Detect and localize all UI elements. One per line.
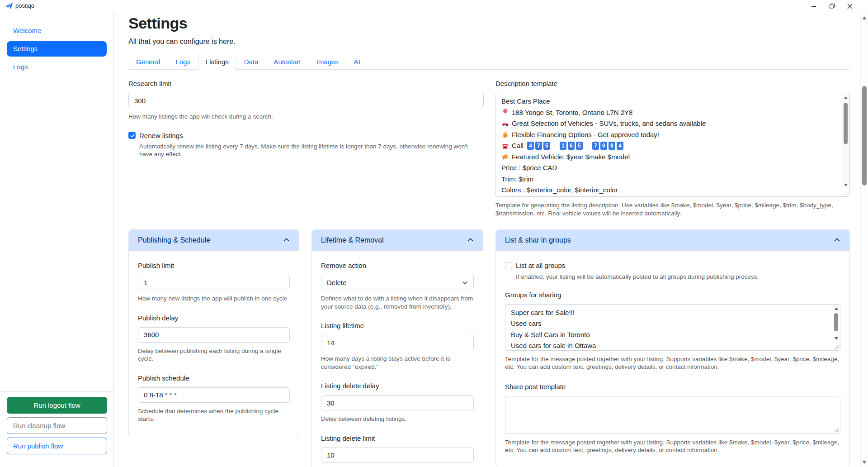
template-line: Colors : $exterior_color, $interior_colo… [501,185,838,196]
sidebar-item-logs[interactable]: Logs [7,59,107,75]
scroll-down-icon[interactable] [842,181,849,188]
phone-digit-group: 7084 [592,142,623,150]
list-share-groups-card: List & shar in groups List at all groups… [495,229,850,467]
keycap-digit-icon: 7 [535,142,542,150]
resize-grip-icon[interactable] [834,344,839,349]
tab-images[interactable]: Images [308,54,346,70]
app-logo-icon [5,2,13,10]
keycap-digit-icon: 1 [560,142,566,150]
scrollbar-thumb[interactable] [862,86,867,186]
template-line: Featured Vehicle: $year $make $model [501,152,838,163]
keycap-digit-icon: 5 [543,142,550,150]
listing-delete-limit-input[interactable] [321,448,474,463]
selected-value: Delete [327,279,346,286]
remove-action-help: Defines what to do with a listing when i… [321,295,474,310]
list-at-all-groups-checkbox[interactable] [505,262,512,269]
listing-lifetime-label: Listing lifetime [321,322,474,330]
svg-text:$: $ [504,133,506,138]
description-template-textarea[interactable]: Best Cars Place188 Yonge St, Toronto, On… [495,93,850,197]
template-line-text: Flexible Financing Options - Get approve… [512,129,659,141]
research-limit-input[interactable] [128,93,484,108]
sidebar-item-welcome[interactable]: Welcome [7,23,107,38]
template-line-text: 188 Yonge St, Toronto, Ontario L7N 2Y8 [512,107,632,119]
minimize-button[interactable] [805,0,823,12]
template-line: Price : $price CAD [501,162,838,174]
publish-schedule-help: Schedule that determines when the publis… [138,407,290,423]
renew-listings-label[interactable]: Renew listings [139,132,183,139]
groups-for-sharing-textarea[interactable]: Super cars for Sale!!!Used carsBuy & Sel… [505,304,840,351]
phone-digit-group: 165 [560,142,583,150]
scrollbar-thumb[interactable] [844,103,848,144]
list-at-all-groups-field: List at all groups If enabled, your list… [505,262,840,281]
listing-delete-delay-label: Listing delete delay [321,382,474,390]
publishing-schedule-header[interactable]: Publishing & Schedule [129,230,299,251]
publish-limit-help: How many new listings the app will publi… [138,295,290,303]
template-line-text: Best Cars Place [501,96,550,107]
publish-delay-input[interactable] [138,327,290,343]
restore-button[interactable] [823,0,841,12]
window-scrollbar[interactable] [860,12,868,467]
scroll-up-icon[interactable] [842,94,849,101]
tab-ai[interactable]: AI [346,54,368,70]
tab-general[interactable]: General [128,54,168,70]
titlebar: postiqo [0,0,868,12]
phone-dash: - [553,140,556,152]
run-cleanup-flow-button[interactable]: Run cleanup flow [7,417,107,434]
resize-grip-icon[interactable] [834,427,839,433]
listing-delete-delay-input[interactable] [321,395,474,410]
textarea-scrollbar[interactable] [833,305,840,342]
scroll-down-icon[interactable] [861,458,868,466]
publish-limit-field: Publish limit How many new listings the … [138,262,290,303]
keycap-digit-icon: 4 [617,142,623,150]
publish-schedule-input[interactable] [138,387,290,403]
sidebar-item-settings[interactable]: Settings [7,41,107,57]
publish-schedule-label: Publish schedule [138,374,290,382]
tab-autostart[interactable]: Autostart [266,54,308,70]
listing-lifetime-input[interactable] [321,335,474,350]
textarea-scrollbar[interactable] [842,94,849,188]
share-post-template-textarea[interactable] [505,396,840,434]
scrollbar-thumb[interactable] [834,313,838,331]
tab-logs[interactable]: Logs [168,54,198,70]
renew-listings-checkbox[interactable] [128,132,136,139]
list-at-all-groups-label[interactable]: List at all groups [516,262,565,269]
tab-listings[interactable]: Listings [198,54,236,70]
scroll-down-icon[interactable] [833,335,840,342]
chevron-up-icon [467,237,474,243]
list-share-groups-header[interactable]: List & shar in groups [496,230,849,251]
description-template-field: Description template Best Cars Place188 … [495,80,850,222]
template-line: 188 Yonge St, Toronto, Ontario L7N 2Y8 [501,107,838,119]
scroll-up-icon[interactable] [861,14,868,21]
template-line-text: Colors : $exterior_color, $interior_colo… [501,185,618,196]
phone-digit-group: 475 [527,142,550,150]
keycap-digit-icon: 0 [600,142,607,150]
remove-action-select[interactable]: Delete [321,275,474,290]
scroll-up-icon[interactable] [833,305,840,312]
card-title: Lifetime & Removal [321,236,384,244]
run-logout-flow-button[interactable]: Run logout flow [7,397,107,414]
run-publish-flow-button[interactable]: Run publish flow [7,438,107,454]
publish-delay-help: Delay between publishing each listing du… [138,347,290,363]
close-button[interactable] [841,0,859,12]
group-line: Used cars for sale in Ottawa [511,340,828,351]
chevron-down-icon [462,280,468,286]
listing-lifetime-field: Listing lifetime How many days a listing… [321,322,474,371]
publish-limit-label: Publish limit [138,262,290,270]
window-controls [805,0,859,12]
renew-listings-help: Automatically renew the listing every 7 … [139,143,481,158]
groups-for-sharing-field: Groups for sharing Super cars for Sale!!… [505,291,840,371]
listing-delete-limit-label: Listing delete limit [321,434,474,443]
template-line-text: Great Selection of Vehicles - SUVs, truc… [512,118,706,129]
share-post-template-label: Share post template [505,383,840,391]
publish-limit-input[interactable] [138,275,290,290]
group-line: Buy & Sell Cars in Toronto [511,329,828,341]
left-settings-column: Research limit How many listings the app… [128,80,484,222]
lifetime-removal-header[interactable]: Lifetime & Removal [312,230,483,251]
tab-data[interactable]: Data [236,54,266,70]
sidebar-actions: Run logout flow Run cleanup flow Run pub… [0,391,113,467]
resize-grip-icon[interactable] [843,190,849,195]
pin-icon [501,109,509,116]
sidebar: Welcome Settings Logs Run logout flow Ru… [0,12,114,467]
publishing-schedule-card: Publishing & Schedule Publish limit How … [128,229,299,437]
remove-action-field: Remove action Delete Defines what to do … [321,262,474,310]
